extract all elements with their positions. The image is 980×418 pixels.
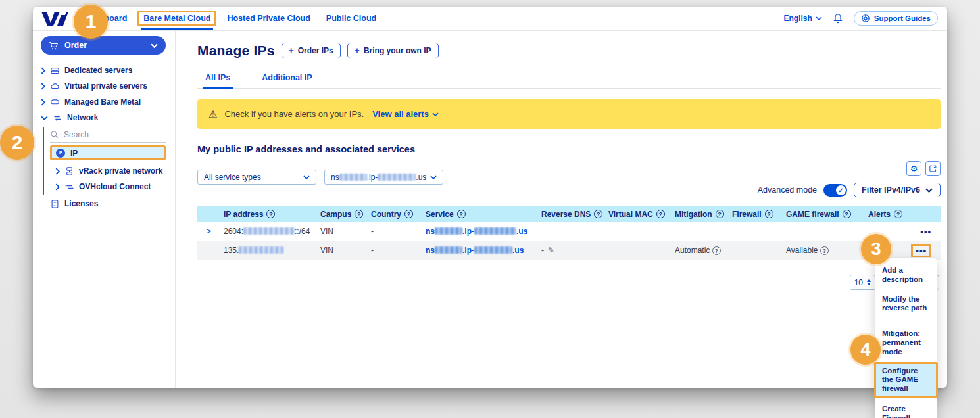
order-button[interactable]: Order	[41, 36, 166, 55]
col-ip-address[interactable]: IP address?	[224, 210, 320, 219]
sidebar-item-virtual-private-servers[interactable]: Virtual private servers	[41, 78, 166, 94]
col-mitigation[interactable]: Mitigation?	[675, 210, 732, 219]
help-icon[interactable]: ?	[843, 210, 851, 218]
bring-your-own-ip-button[interactable]: + Bring your own IP	[347, 43, 439, 58]
menu-item-configure-game-firewall[interactable]: Configure the GAME firewall	[874, 362, 938, 398]
row-actions-context-menu: Add a description Modify the reverse pat…	[875, 257, 937, 418]
col-country[interactable]: Country?	[371, 210, 426, 219]
help-icon[interactable]: ?	[404, 210, 413, 218]
row-actions-menu-button[interactable]: •••	[920, 227, 931, 237]
help-icon[interactable]: ?	[765, 210, 773, 218]
plus-icon: +	[355, 46, 360, 55]
tab-all-ips[interactable]: All IPs	[205, 73, 230, 88]
nav-public-cloud[interactable]: Public Cloud	[321, 11, 381, 26]
ip-table: IP address? Campus? Country? Service? Re…	[197, 206, 941, 260]
notifications-bell-icon[interactable]	[833, 13, 843, 24]
sidebar-search[interactable]	[50, 127, 166, 143]
col-service[interactable]: Service?	[426, 210, 541, 219]
table-row-ipv6: > 2604:::/64 VIN - ns.ip-.us •••	[197, 222, 941, 241]
menu-item-add-description[interactable]: Add a description	[875, 262, 937, 289]
country-cell: -	[371, 246, 426, 255]
row-expander[interactable]: >	[197, 227, 224, 236]
help-icon[interactable]: ?	[712, 246, 721, 255]
sidebar-label: Dedicated servers	[64, 66, 132, 75]
view-all-alerts-link[interactable]: View all alerts	[372, 109, 439, 119]
support-guides-button[interactable]: Support Guides	[854, 11, 938, 26]
menu-item-modify-reverse-path[interactable]: Modify the reverse path	[875, 291, 937, 317]
help-icon[interactable]: ?	[656, 210, 665, 218]
service-select[interactable]: ns.ip-.us	[324, 170, 443, 185]
order-ips-button[interactable]: + Order IPs	[282, 43, 341, 58]
settings-gear-button[interactable]: ⚙	[906, 161, 921, 176]
row-actions-menu-button[interactable]: •••	[916, 246, 927, 256]
sidebar-item-ip[interactable]: IP IP	[50, 145, 166, 160]
sidebar-item-vrack[interactable]: vRack private network	[55, 163, 166, 179]
ip-address-cell: 2604:::/64	[224, 227, 320, 236]
table-header: IP address? Campus? Country? Service? Re…	[197, 206, 941, 222]
sidebar-label: Network	[67, 113, 98, 122]
service-link[interactable]: ns.ip-.us	[426, 246, 541, 255]
lifebuoy-icon	[861, 14, 870, 23]
step-badge-2: 2	[0, 126, 34, 160]
service-type-value: All service types	[204, 173, 261, 182]
language-selector[interactable]: English	[783, 14, 821, 23]
redacted-text	[435, 227, 462, 235]
advanced-mode-toggle[interactable]: ✓	[823, 184, 847, 197]
search-input[interactable]	[64, 130, 143, 139]
sidebar-label: vRack private network	[79, 166, 162, 175]
redacted-text	[339, 174, 367, 181]
sidebar-nav: Dedicated servers Virtual private server…	[41, 62, 166, 212]
menu-item-create-firewall[interactable]: Create Firewall	[875, 401, 937, 418]
nav-bare-metal-cloud[interactable]: Bare Metal Cloud	[137, 11, 216, 26]
ip-badge-icon: IP	[56, 149, 65, 158]
sidebar-item-dedicated-servers[interactable]: Dedicated servers	[41, 62, 166, 78]
game-firewall-cell: Available ?	[786, 246, 862, 256]
chevron-down-icon	[151, 43, 158, 48]
help-icon[interactable]: ?	[716, 210, 724, 218]
chevron-down-icon	[303, 175, 310, 179]
help-icon[interactable]: ?	[894, 210, 902, 218]
sidebar-label: OVHcloud Connect	[79, 182, 151, 191]
view-all-alerts-label: View all alerts	[372, 109, 429, 119]
col-alerts[interactable]: Alerts?	[862, 210, 941, 219]
col-campus[interactable]: Campus?	[320, 210, 371, 219]
mitigation-cell: Automatic ?	[675, 246, 732, 256]
language-label: English	[783, 14, 812, 23]
sidebar-item-managed-bare-metal[interactable]: Managed Bare Metal	[41, 94, 166, 110]
sidebar-item-licenses[interactable]: Licenses	[41, 196, 166, 212]
edit-icon[interactable]: ✎	[548, 246, 554, 255]
page-size-select[interactable]: 10	[850, 275, 875, 290]
service-type-select[interactable]: All service types	[197, 170, 316, 185]
chevron-right-icon	[55, 183, 60, 191]
plus-icon: +	[289, 46, 294, 55]
help-icon[interactable]: ?	[457, 210, 466, 218]
filter-label: Filter IPv4/IPv6	[862, 185, 920, 195]
col-game-firewall[interactable]: GAME firewall?	[786, 210, 862, 219]
filter-ipv4-ipv6-button[interactable]: Filter IPv4/IPv6	[854, 183, 941, 197]
tab-additional-ip[interactable]: Additional IP	[262, 73, 312, 88]
help-icon[interactable]: ?	[266, 210, 275, 218]
export-button[interactable]	[925, 161, 941, 176]
export-icon	[929, 164, 937, 173]
menu-item-mitigation-permanent[interactable]: Mitigation: permanent mode	[875, 325, 937, 360]
alert-text: Check if you have alerts on your IPs.	[224, 109, 364, 119]
section-title: My public IP addresses and associated se…	[197, 144, 941, 154]
step-badge-4: 4	[850, 335, 881, 365]
service-link[interactable]: ns.ip-.us	[426, 227, 541, 236]
col-reverse-dns[interactable]: Reverse DNS?	[541, 210, 608, 219]
col-firewall[interactable]: Firewall?	[732, 210, 786, 219]
screen: Dashboard Bare Metal Cloud Hosted Privat…	[0, 0, 980, 418]
col-virtual-mac[interactable]: Virtual MAC?	[608, 210, 675, 219]
help-icon[interactable]: ?	[820, 246, 829, 255]
help-icon[interactable]: ?	[355, 210, 363, 218]
support-guides-label: Support Guides	[874, 14, 931, 22]
sidebar-item-ovhcloud-connect[interactable]: OVHcloud Connect	[55, 179, 166, 195]
sidebar-item-network[interactable]: Network	[41, 110, 166, 126]
chevron-right-icon	[41, 67, 45, 74]
nav-hosted-private-cloud[interactable]: Hosted Private Cloud	[222, 11, 315, 26]
country-cell: -	[371, 227, 426, 236]
help-icon[interactable]: ?	[594, 210, 602, 218]
network-arrows-icon	[53, 113, 62, 123]
sidebar-label: Virtual private servers	[64, 81, 147, 91]
ovhcloud-logo	[39, 10, 68, 27]
